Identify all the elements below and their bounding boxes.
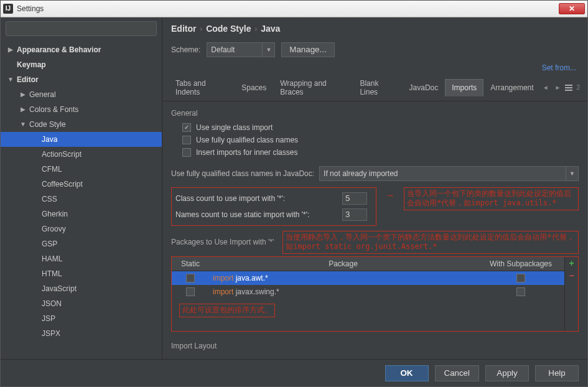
sidebar: ▶Appearance & BehaviorKeymap▼Editor▶Gene…: [1, 17, 162, 359]
help-button[interactable]: Help: [535, 365, 579, 381]
label-class-count: Class count to use import with '*':: [175, 194, 337, 203]
ok-button[interactable]: OK: [385, 365, 429, 381]
subpackages-checkbox[interactable]: [516, 287, 525, 296]
sidebar-item-keymap[interactable]: Keymap: [1, 57, 162, 72]
sidebar-item-label: Groovy: [42, 225, 66, 233]
chevron-down-icon: ▼: [7, 76, 14, 83]
section-general: General: [171, 106, 579, 121]
tab-spaces[interactable]: Spaces: [235, 79, 273, 96]
sidebar-item-editor[interactable]: ▼Editor: [1, 72, 162, 87]
label-single-class: Use single class import: [196, 123, 273, 132]
sidebar-item-label: Colors & Fonts: [29, 105, 78, 114]
package-cell: import java.awt.*: [209, 274, 477, 282]
sidebar-item-label: ActionScript: [42, 150, 82, 159]
check-fully-qualified[interactable]: [182, 136, 191, 144]
menu-icon[interactable]: [565, 85, 572, 91]
sidebar-item-label: JSPX: [42, 329, 60, 338]
package-cell: import javax.swing.*: [209, 287, 477, 296]
javadoc-fqn-select[interactable]: If not already imported ▼: [319, 166, 579, 181]
sidebar-item-label: JSP: [42, 314, 55, 323]
scheme-select[interactable]: Default ▼: [207, 42, 275, 57]
sidebar-item-label: General: [29, 90, 56, 99]
section-import-layout: Import Layout: [171, 339, 579, 354]
tab-scroll-left[interactable]: ◄: [541, 84, 551, 91]
sidebar-item-label: Editor: [17, 75, 39, 84]
tab-imports[interactable]: Imports: [445, 79, 483, 96]
subpackages-checkbox[interactable]: [516, 274, 525, 282]
sidebar-item-label: CFML: [42, 165, 62, 174]
sidebar-item-label: JavaScript: [42, 284, 77, 293]
sidebar-item-label: Appearance & Behavior: [17, 45, 101, 54]
dialog-buttons: OK Cancel Apply Help: [1, 359, 587, 386]
label-fqn: Use fully qualified class names: [196, 136, 298, 144]
sidebar-item-actionscript[interactable]: ActionScript: [1, 147, 162, 162]
sidebar-item-coffeescript[interactable]: CoffeeScript: [1, 177, 162, 192]
window-title: Settings: [17, 4, 559, 13]
annotation-arrow: →: [385, 187, 395, 201]
titlebar: IJ Settings ✕: [1, 1, 587, 17]
sidebar-item-css[interactable]: CSS: [1, 192, 162, 207]
check-single-class-import[interactable]: [182, 123, 191, 132]
input-class-count[interactable]: [342, 192, 367, 205]
sidebar-item-jspx[interactable]: JSPX: [1, 326, 162, 341]
tab-tabs-and-indents[interactable]: Tabs and Indents: [169, 75, 235, 101]
sidebar-item-colors-fonts[interactable]: ▶Colors & Fonts: [1, 102, 162, 117]
sidebar-item-label: Java: [42, 135, 57, 144]
input-names-count[interactable]: [342, 208, 367, 221]
search-input[interactable]: [6, 21, 157, 36]
tab-arrangement[interactable]: Arrangement: [483, 79, 540, 96]
tabs: Tabs and IndentsSpacesWrapping and Brace…: [162, 75, 587, 101]
sidebar-item-java[interactable]: Java: [1, 132, 162, 147]
sidebar-item-javascript[interactable]: JavaScript: [1, 281, 162, 296]
annotation-order-note: 此处可设置包的排序方式。: [179, 304, 275, 317]
sidebar-item-gsp[interactable]: GSP: [1, 236, 162, 251]
sidebar-item-cfml[interactable]: CFML: [1, 162, 162, 177]
static-checkbox[interactable]: [186, 287, 195, 296]
tab-scroll-right[interactable]: ►: [553, 84, 563, 91]
chevron-down-icon: ▼: [566, 167, 578, 180]
sidebar-item-label: Keymap: [17, 60, 46, 69]
scheme-label: Scheme:: [171, 45, 200, 54]
tab-blank-lines[interactable]: Blank Lines: [353, 75, 402, 101]
sidebar-item-html[interactable]: HTML: [1, 266, 162, 281]
col-subpackages: With Subpackages: [477, 257, 564, 271]
cancel-button[interactable]: Cancel: [435, 365, 480, 381]
sidebar-item-appearance-behavior[interactable]: ▶Appearance & Behavior: [1, 42, 162, 57]
close-button[interactable]: ✕: [559, 3, 585, 14]
chevron-down-icon: ▼: [19, 121, 27, 128]
col-package: Package: [209, 257, 477, 271]
app-icon: IJ: [3, 4, 13, 14]
packages-table: Static Package With Subpackages import j…: [171, 256, 579, 332]
col-static: Static: [172, 257, 209, 271]
check-inner-classes[interactable]: [182, 148, 191, 157]
manage-button[interactable]: Manage...: [281, 42, 334, 57]
remove-package-button[interactable]: −: [566, 269, 578, 282]
tab-javadoc[interactable]: JavaDoc: [403, 79, 446, 96]
label-inner: Insert imports for inner classes: [196, 148, 297, 157]
sidebar-item-label: Code Style: [29, 120, 66, 129]
table-row[interactable]: import javax.swing.*: [172, 285, 564, 299]
set-from-link[interactable]: Set from...: [542, 63, 580, 72]
breadcrumb: Editor › Code Style › Java: [162, 17, 587, 39]
static-checkbox[interactable]: [186, 274, 195, 282]
sidebar-item-label: CoffeeScript: [42, 180, 83, 189]
table-row[interactable]: import java.awt.*: [172, 271, 564, 285]
label-packages-title: Packages to Use Import with '*': [171, 238, 274, 246]
sidebar-item-general[interactable]: ▶General: [1, 87, 162, 102]
apply-button[interactable]: Apply: [485, 365, 529, 381]
annotation-class-count: 当导入同一个包下的类的数量达到此处设定的值后会自动用*代替，如import ja…: [404, 187, 579, 210]
sidebar-item-label: HTML: [42, 269, 62, 278]
chevron-right-icon: ▶: [19, 91, 27, 98]
sidebar-item-haml[interactable]: HAML: [1, 251, 162, 266]
annotation-static-note: 当使用静态导入，导入同一个类下的静态方法数量达到此处设定的值后会自动用*代替，如…: [282, 231, 579, 254]
sidebar-item-jsp[interactable]: JSP: [1, 311, 162, 326]
sidebar-item-json[interactable]: JSON: [1, 296, 162, 311]
sidebar-item-groovy[interactable]: Groovy: [1, 221, 162, 236]
chevron-down-icon: ▼: [262, 43, 274, 57]
tab-wrapping-and-braces[interactable]: Wrapping and Braces: [273, 75, 353, 101]
label-javadoc-fqn: Use fully qualified class names in JavaD…: [171, 169, 314, 178]
sidebar-item-code-style[interactable]: ▼Code Style: [1, 117, 162, 132]
add-package-button[interactable]: +: [566, 257, 578, 269]
sidebar-item-label: Gherkin: [42, 210, 68, 218]
sidebar-item-gherkin[interactable]: Gherkin: [1, 207, 162, 221]
